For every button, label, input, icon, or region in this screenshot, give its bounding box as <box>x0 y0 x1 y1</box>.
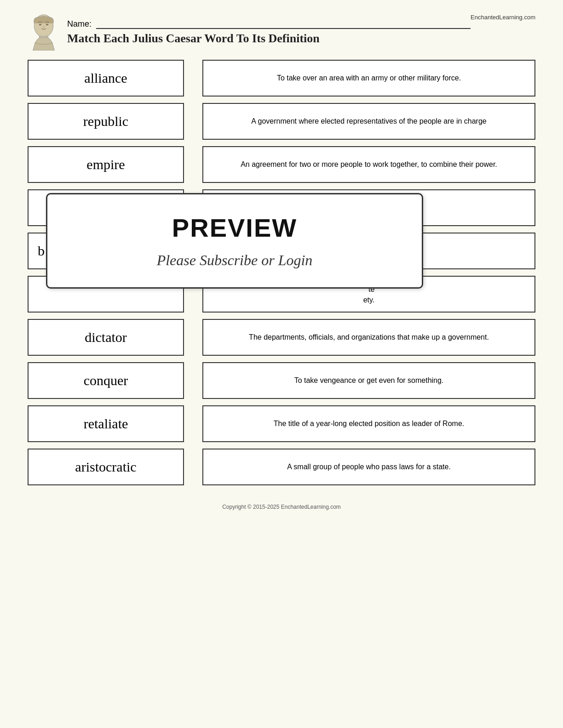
header: Name: Match Each Julius Caesar Word To I… <box>28 14 535 51</box>
def-box-9: The title of a year-long elected positio… <box>202 405 535 442</box>
def-box-7: The departments, officials, and organiza… <box>202 319 535 356</box>
word-box-retaliate: retaliate <box>28 405 184 442</box>
preview-subtitle: Please Subscribe or Login <box>75 252 394 269</box>
site-name: EnchantedLearning.com <box>471 14 535 21</box>
def-box-10: A small group of people who pass laws fo… <box>202 449 535 485</box>
svg-point-1 <box>39 24 42 26</box>
name-line: Name: <box>67 19 471 29</box>
def-box-8: To take vengeance or get even for someth… <box>202 362 535 399</box>
footer: Copyright © 2015-2025 EnchantedLearning.… <box>28 504 535 510</box>
preview-title: PREVIEW <box>75 213 394 243</box>
word-box-dictator: dictator <box>28 319 184 356</box>
page: Name: Match Each Julius Caesar Word To I… <box>0 0 563 728</box>
caesar-portrait <box>28 14 60 51</box>
def-box-1: To take over an area with an army or oth… <box>202 60 535 97</box>
word-box-conquer: conquer <box>28 362 184 399</box>
word-box-empire: empire <box>28 146 184 183</box>
name-label: Name: <box>67 19 92 29</box>
def-box-3: An agreement for two or more people to w… <box>202 146 535 183</box>
preview-overlay: PREVIEW Please Subscribe or Login <box>46 193 423 289</box>
page-title: Match Each Julius Caesar Word To Its Def… <box>67 32 471 46</box>
word-box-republic: republic <box>28 103 184 140</box>
copyright: Copyright © 2015-2025 EnchantedLearning.… <box>222 504 341 510</box>
word-box-aristocratic: aristocratic <box>28 449 184 485</box>
name-field[interactable] <box>96 19 471 29</box>
word-box-alliance: alliance <box>28 60 184 97</box>
header-left: Name: Match Each Julius Caesar Word To I… <box>28 14 471 51</box>
def-box-2: A government where elected representativ… <box>202 103 535 140</box>
svg-point-2 <box>46 24 49 26</box>
header-text: Name: Match Each Julius Caesar Word To I… <box>67 19 471 46</box>
